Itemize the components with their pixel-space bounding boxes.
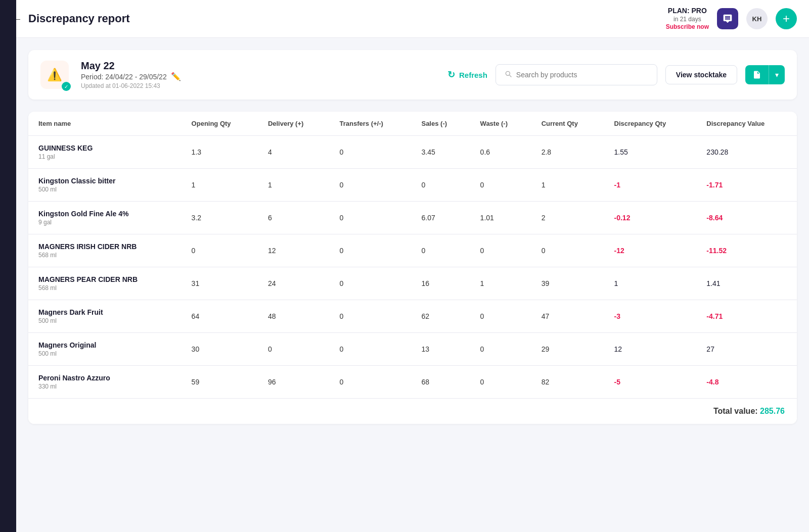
cell-discrepancy-value: -8.64 bbox=[696, 202, 797, 234]
cell-opening-qty: 1 bbox=[182, 169, 258, 202]
cell-opening-qty: 64 bbox=[182, 300, 258, 333]
cell-discrepancy-value: -11.52 bbox=[696, 234, 797, 267]
view-stocktake-button[interactable]: View stocktake bbox=[665, 65, 737, 84]
report-info: May 22 Period: 24/04/22 - 29/05/22 ✏️ Up… bbox=[81, 60, 181, 89]
cell-delivery: 24 bbox=[258, 267, 330, 300]
cell-current-qty: 2 bbox=[531, 202, 604, 234]
cell-sales: 68 bbox=[411, 366, 470, 399]
cell-discrepancy-qty: -0.12 bbox=[604, 202, 697, 234]
page-title: Discrepancy report bbox=[28, 12, 130, 25]
cell-current-qty: 82 bbox=[531, 366, 604, 399]
total-value: 285.76 bbox=[760, 407, 785, 415]
subscribe-button[interactable]: Subscribe now bbox=[666, 23, 709, 31]
cell-discrepancy-value: -4.8 bbox=[696, 366, 797, 399]
cell-waste: 1.01 bbox=[470, 202, 531, 234]
table-wrapper: Item name Opening Qty Delivery (+) Trans… bbox=[28, 112, 797, 424]
cell-item-name: Kingston Gold Fine Ale 4% 9 gal bbox=[28, 202, 182, 234]
col-discrepancy-qty: Discrepancy Qty bbox=[604, 112, 697, 136]
report-period: Period: 24/04/22 - 29/05/22 ✏️ bbox=[81, 72, 181, 81]
col-discrepancy-value: Discrepancy Value bbox=[696, 112, 797, 136]
cell-sales: 0 bbox=[411, 169, 470, 202]
cell-discrepancy-qty: 1 bbox=[604, 267, 697, 300]
export-dropdown-button[interactable]: ▾ bbox=[769, 65, 785, 84]
avatar[interactable]: KH bbox=[746, 8, 768, 29]
cell-delivery: 12 bbox=[258, 234, 330, 267]
cell-current-qty: 1 bbox=[531, 169, 604, 202]
cell-sales: 16 bbox=[411, 267, 470, 300]
cell-waste: 0 bbox=[470, 300, 531, 333]
report-icon-badge: ✓ bbox=[62, 82, 71, 91]
cell-discrepancy-qty: 12 bbox=[604, 333, 697, 366]
cell-opening-qty: 3.2 bbox=[182, 202, 258, 234]
warning-icon: ⚠️ bbox=[47, 68, 62, 82]
cell-transfers: 0 bbox=[329, 366, 411, 399]
total-label: Total value: bbox=[713, 407, 760, 415]
cell-sales: 0 bbox=[411, 234, 470, 267]
cell-waste: 1 bbox=[470, 267, 531, 300]
search-icon bbox=[504, 70, 512, 80]
cell-opening-qty: 0 bbox=[182, 234, 258, 267]
table-header: Item name Opening Qty Delivery (+) Trans… bbox=[28, 112, 797, 136]
table-row: GUINNESS KEG 11 gal 1.3 4 0 3.45 0.6 2.8… bbox=[28, 136, 797, 169]
cell-sales: 3.45 bbox=[411, 136, 470, 169]
cell-sales: 6.07 bbox=[411, 202, 470, 234]
search-input[interactable] bbox=[516, 71, 649, 79]
col-item-name: Item name bbox=[28, 112, 182, 136]
cell-current-qty: 39 bbox=[531, 267, 604, 300]
cell-waste: 0 bbox=[470, 333, 531, 366]
cell-delivery: 96 bbox=[258, 366, 330, 399]
cell-transfers: 0 bbox=[329, 136, 411, 169]
cell-waste: 0 bbox=[470, 169, 531, 202]
report-bar: ⚠️ ✓ May 22 Period: 24/04/22 - 29/05/22 … bbox=[28, 50, 797, 100]
plan-info: PLAN: PRO in 21 days Subscribe now bbox=[666, 6, 709, 31]
search-box[interactable] bbox=[496, 64, 657, 85]
cell-waste: 0 bbox=[470, 234, 531, 267]
col-waste: Waste (-) bbox=[470, 112, 531, 136]
cell-delivery: 4 bbox=[258, 136, 330, 169]
cell-discrepancy-qty: -3 bbox=[604, 300, 697, 333]
export-btn-group: ▾ bbox=[745, 65, 785, 84]
cell-delivery: 48 bbox=[258, 300, 330, 333]
col-opening-qty: Opening Qty bbox=[182, 112, 258, 136]
cell-discrepancy-qty: 1.55 bbox=[604, 136, 697, 169]
cell-waste: 0 bbox=[470, 366, 531, 399]
table-row: MAGNERS PEAR CIDER NRB 568 ml 31 24 0 16… bbox=[28, 267, 797, 300]
cell-item-name: Magners Dark Fruit 500 ml bbox=[28, 300, 182, 333]
report-icon: ⚠️ ✓ bbox=[40, 61, 69, 89]
cell-opening-qty: 31 bbox=[182, 267, 258, 300]
cell-item-name: Kingston Classic bitter 500 ml bbox=[28, 169, 182, 202]
cell-current-qty: 2.8 bbox=[531, 136, 604, 169]
cell-item-name: MAGNERS PEAR CIDER NRB 568 ml bbox=[28, 267, 182, 300]
cell-discrepancy-value: -4.71 bbox=[696, 300, 797, 333]
cell-transfers: 0 bbox=[329, 169, 411, 202]
cell-discrepancy-qty: -1 bbox=[604, 169, 697, 202]
cell-current-qty: 47 bbox=[531, 300, 604, 333]
cell-item-name: MAGNERS IRISH CIDER NRB 568 ml bbox=[28, 234, 182, 267]
cell-waste: 0.6 bbox=[470, 136, 531, 169]
report-period-label: May 22 bbox=[81, 60, 181, 72]
cell-item-name: GUINNESS KEG 11 gal bbox=[28, 136, 182, 169]
cell-transfers: 0 bbox=[329, 234, 411, 267]
chat-button[interactable] bbox=[717, 8, 738, 29]
refresh-button[interactable]: ↻ Refresh bbox=[447, 69, 487, 80]
cell-current-qty: 0 bbox=[531, 234, 604, 267]
table-body: GUINNESS KEG 11 gal 1.3 4 0 3.45 0.6 2.8… bbox=[28, 136, 797, 399]
cell-transfers: 0 bbox=[329, 267, 411, 300]
report-updated: Updated at 01-06-2022 15:43 bbox=[81, 82, 181, 89]
cell-discrepancy-qty: -5 bbox=[604, 366, 697, 399]
cell-discrepancy-value: -1.71 bbox=[696, 169, 797, 202]
cell-transfers: 0 bbox=[329, 300, 411, 333]
cell-discrepancy-value: 27 bbox=[696, 333, 797, 366]
cell-discrepancy-value: 1.41 bbox=[696, 267, 797, 300]
export-button[interactable] bbox=[745, 65, 769, 84]
add-button[interactable]: + bbox=[776, 8, 797, 29]
cell-discrepancy-value: 230.28 bbox=[696, 136, 797, 169]
table-row: Magners Dark Fruit 500 ml 64 48 0 62 0 4… bbox=[28, 300, 797, 333]
cell-opening-qty: 1.3 bbox=[182, 136, 258, 169]
edit-icon[interactable]: ✏️ bbox=[171, 72, 181, 81]
plan-days: in 21 days bbox=[666, 16, 709, 24]
table-row: Peroni Nastro Azzuro 330 ml 59 96 0 68 0… bbox=[28, 366, 797, 399]
table-row: Kingston Gold Fine Ale 4% 9 gal 3.2 6 0 … bbox=[28, 202, 797, 234]
table-row: Magners Original 500 ml 30 0 0 13 0 29 1… bbox=[28, 333, 797, 366]
col-sales: Sales (-) bbox=[411, 112, 470, 136]
